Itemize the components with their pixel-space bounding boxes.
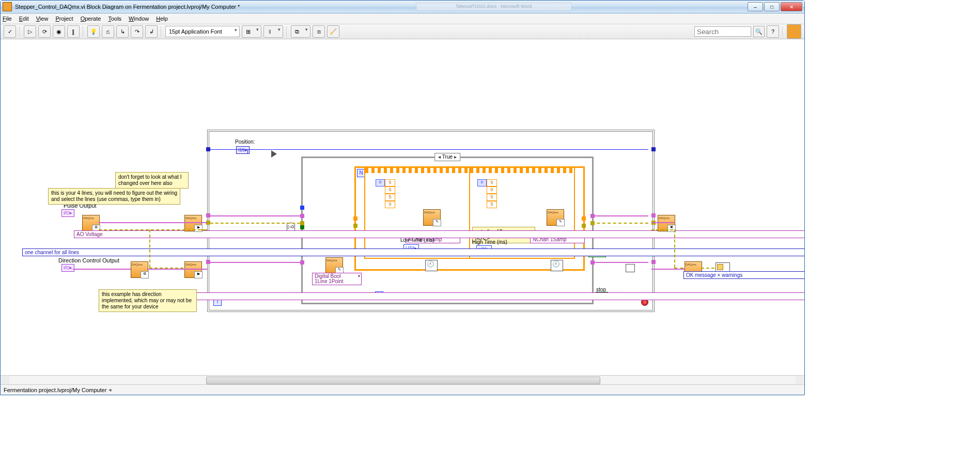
for-tun-err-out [582,224,586,228]
menu-view[interactable]: View [36,15,49,22]
case-err-in [300,221,304,225]
case-task2-in [300,260,304,265]
error-mode-const[interactable]: OK message + warnings [683,271,804,279]
search-input[interactable] [694,26,751,37]
menu-project[interactable]: Project [55,15,73,22]
statusbar: Fermentation project.lvproj/My Computer … [1,384,804,395]
pause-button[interactable]: ‖ [67,25,80,38]
run-button[interactable]: ▷ [24,25,36,38]
wait-low [425,260,438,271]
toolbar: ✓ ▷ ⟳ ◉ ‖ 💡 ⎌ ↳ ↷ ↲ 15pt Application Fon… [1,24,804,39]
shift-register-right [651,147,656,151]
menu-help[interactable]: Help [156,15,168,22]
scrollbar-thumb[interactable] [206,377,600,384]
direction-output-terminal[interactable]: I/O▸ [61,264,74,272]
app-icon [3,2,12,11]
status-chevron-icon[interactable]: ◂ [108,386,112,393]
daq-write-low[interactable]: ✎ [423,209,441,226]
for-tun-err [353,224,357,228]
daq-write-direction[interactable]: ✎ [325,257,343,274]
menu-operate[interactable]: Operate [81,15,101,22]
note-four-lines: this is your 4 lines, you will need to f… [48,188,180,205]
high-time-label: High Time (ms) [472,239,507,245]
direction-output-label: Direction Control Output [58,257,119,263]
note-direction-impl: this example has direction implemented, … [99,289,197,312]
menu-window[interactable]: Window [129,15,149,22]
for-tun-task [353,216,357,221]
broken-run-button[interactable]: ✓ [4,25,16,38]
titlebar: Stepper_Control_DAQmx.vi Block Diagram o… [1,1,804,13]
tunnel-pink-in1 [206,213,210,217]
array-const-high[interactable]: 0 5 0 5 5 [477,179,497,208]
daq-create-pulse-poly[interactable]: AO Voltage [74,230,804,238]
highlight-exec-button[interactable]: 💡 [87,25,100,38]
menu-tools[interactable]: Tools [108,15,121,22]
case-selector[interactable]: ◂ True ▸ [434,153,460,161]
menubar: File Edit View Project Operate Tools Win… [1,13,804,24]
close-button[interactable]: ✕ [781,2,802,11]
retain-wire-button[interactable]: ⎌ [102,25,114,38]
menu-edit[interactable]: Edit [19,15,29,22]
flat-sequence[interactable]: 0 5 0 5 0 ✎ Analog 1D DBL NChan 1Sam [364,167,575,259]
daq-create-direction-poly[interactable]: AO Voltage [122,292,804,300]
minimize-button[interactable]: – [748,2,763,11]
step-over-button[interactable]: ↷ [131,25,143,38]
align-dd[interactable]: ⊞ [242,25,261,38]
distribute-dd[interactable]: ⫴ [263,25,283,38]
position-label: Position: [235,139,255,145]
search-icon[interactable]: 🔍 [753,26,765,37]
daq-write-direction-poly[interactable]: Digital Bool 1Line 1Point [312,273,362,285]
abort-button[interactable]: ◉ [53,25,65,38]
greater-zero-node: ▷0 [287,223,295,231]
status-path: Fermentation project.lvproj/My Computer [4,387,106,393]
pulse-output-terminal[interactable]: I/O▸ [61,209,74,217]
wait-high [551,260,563,271]
one-channel-const[interactable]: one channel for all lines [22,248,804,256]
subtract-node [271,150,277,158]
array-const-low[interactable]: 0 5 0 5 0 [376,179,395,208]
case-task1-in [300,214,304,218]
tunnel-pink-in2 [206,260,210,264]
menu-file[interactable]: File [3,15,12,22]
while-loop[interactable]: i Position: I16▸ ▷0 I32 ◂ True ▸ [207,130,655,312]
or-node [626,264,635,272]
daq-create-pulse[interactable]: ⚙ [82,215,100,231]
tunnel-pink-out1 [651,213,656,217]
block-diagram-canvas[interactable]: i Position: I16▸ ▷0 I32 ◂ True ▸ [1,39,804,375]
horizontal-scrollbar[interactable] [1,375,804,384]
vi-icon[interactable] [787,24,801,39]
daq-write-high[interactable]: ✎ [547,209,564,226]
run-cont-button[interactable]: ⟳ [38,25,51,38]
daq-start-direction[interactable]: ▶ [184,261,202,278]
window-title: Stepper_Control_DAQmx.vi Block Diagram o… [15,4,240,10]
step-into-button[interactable]: ↳ [116,25,129,38]
case-n-tunnel [300,206,304,210]
cleanup-button[interactable]: 🧹 [327,25,339,38]
resize-dd[interactable]: ⧉ [291,25,310,38]
tunnel-pink-out2 [651,260,656,264]
reorder-button[interactable]: ⧈ [313,25,325,38]
shift-register-left [206,147,210,151]
daq-create-direction[interactable]: ⚙ [131,261,148,278]
background-window-hint: TakeoutTOGO.docx · Microsoft Word [416,3,572,11]
note-changed-here: don't forget to look at what I changed o… [115,172,189,189]
font-select[interactable]: 15pt Application Font [165,26,240,37]
for-tun-task-out [582,216,586,221]
maximize-button[interactable]: □ [764,2,780,11]
help-button[interactable]: ? [767,25,779,38]
case-selector-tunnel [300,225,304,229]
step-out-button[interactable]: ↲ [145,25,158,38]
